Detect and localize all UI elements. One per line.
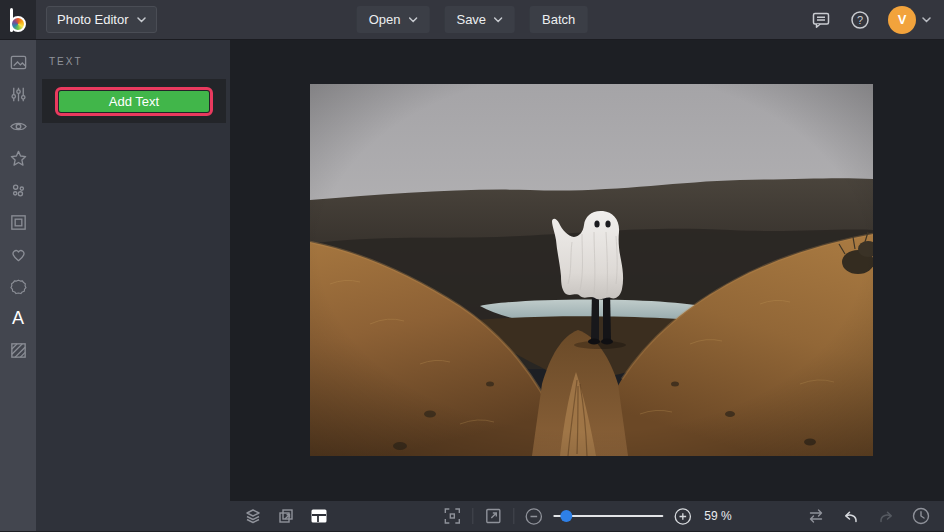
svg-text:?: ? (857, 13, 863, 25)
add-text-button[interactable]: Add Text (59, 91, 209, 112)
app-logo[interactable] (0, 0, 36, 39)
fit-screen-icon[interactable] (442, 506, 462, 526)
feedback-chat-icon[interactable] (810, 9, 832, 31)
divider (472, 508, 473, 524)
bottom-toolbar: 59 % (230, 501, 944, 531)
mode-menu-label: Photo Editor (57, 12, 129, 27)
star-icon (9, 149, 28, 168)
main-area: A TEXT Add Text (0, 40, 944, 531)
avatar: V (888, 6, 916, 34)
divider (513, 508, 514, 524)
sidebar-item-textures[interactable] (0, 334, 36, 366)
canvas-image[interactable] (310, 84, 873, 456)
sidebar-item-touchup[interactable] (0, 174, 36, 206)
befunky-logo-icon (10, 8, 27, 32)
chevron-down-icon (922, 17, 931, 23)
history-icon[interactable] (911, 506, 931, 526)
chevron-down-icon (137, 17, 146, 23)
open-label: Open (369, 12, 401, 27)
zoom-percent: 59 % (704, 509, 731, 523)
expand-icon[interactable] (483, 506, 503, 526)
open-button[interactable]: Open (357, 6, 430, 33)
zoom-out-button[interactable] (524, 507, 543, 526)
panel-title: TEXT (36, 40, 230, 67)
text-panel: TEXT Add Text (36, 40, 230, 531)
sidebar-item-text[interactable]: A (0, 302, 36, 334)
canvas-area: 59 % (230, 40, 944, 531)
chevron-down-icon (494, 17, 503, 23)
sidebar-item-adjust[interactable] (0, 78, 36, 110)
account-menu[interactable]: V (888, 6, 931, 34)
add-text-block: Add Text (42, 79, 226, 123)
eye-icon (9, 117, 28, 136)
compare-icon[interactable] (806, 506, 826, 526)
tool-sidebar: A (0, 40, 36, 531)
save-label: Save (456, 12, 486, 27)
image-manager-icon[interactable] (309, 506, 329, 526)
undo-icon[interactable] (841, 506, 861, 526)
frame-icon (9, 213, 28, 232)
chevron-down-icon (408, 17, 417, 23)
save-button[interactable]: Save (444, 6, 515, 33)
layers-icon[interactable] (243, 506, 263, 526)
top-bar: Photo Editor Open Save Batch ? (0, 0, 944, 40)
sidebar-item-favorites[interactable] (0, 238, 36, 270)
ghost-photo (310, 84, 873, 456)
file-actions: Open Save Batch (357, 0, 588, 39)
texture-icon (9, 341, 28, 360)
toolbar-left (230, 506, 329, 526)
transform-icon[interactable] (276, 506, 296, 526)
toolbar-right (806, 506, 944, 526)
sidebar-item-effects[interactable] (0, 110, 36, 142)
zoom-in-button[interactable] (673, 507, 692, 526)
help-icon[interactable]: ? (849, 9, 871, 31)
batch-label: Batch (542, 12, 575, 27)
sidebar-item-frames[interactable] (0, 206, 36, 238)
toolbar-center: 59 % (442, 506, 731, 526)
sidebar-item-overlays[interactable] (0, 270, 36, 302)
letter-a-icon: A (12, 309, 24, 327)
heart-icon (9, 245, 28, 264)
batch-button[interactable]: Batch (530, 6, 587, 33)
sidebar-item-artsy[interactable] (0, 142, 36, 174)
zoom-slider[interactable] (553, 509, 663, 523)
adjustments-icon (9, 85, 28, 104)
zoom-slider-handle[interactable] (561, 510, 573, 522)
topbar-right: ? V (810, 6, 944, 34)
mode-menu-button[interactable]: Photo Editor (46, 6, 157, 33)
redo-icon[interactable] (876, 506, 896, 526)
photo-icon (9, 53, 28, 72)
splatter-icon (9, 181, 28, 200)
badge-icon (9, 277, 28, 296)
sidebar-item-edit[interactable] (0, 46, 36, 78)
